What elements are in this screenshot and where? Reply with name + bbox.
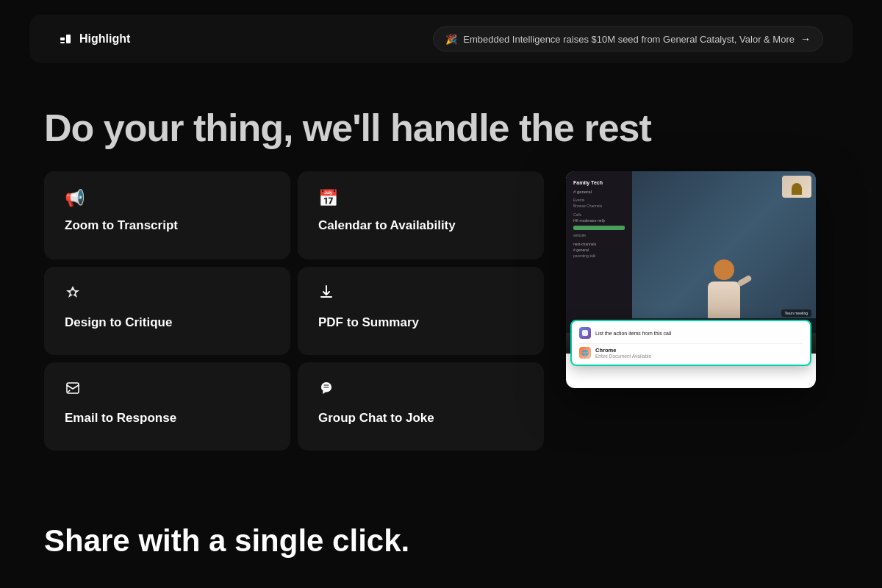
ai-result-subtitle: Entire Document Available <box>595 354 803 359</box>
svg-rect-2 <box>60 42 65 43</box>
hero-section: Do your thing, we'll handle the rest <box>0 78 882 171</box>
announcement-text: Embedded Intelligence raises $10M seed f… <box>463 34 795 45</box>
card-chat-title: Group Chat to Joke <box>318 411 434 425</box>
calendar-icon: 📅 <box>318 189 523 208</box>
ai-overlay-panel: List the action items from this call 🌐 C… <box>570 320 811 366</box>
ai-result-title: Chrome <box>595 347 803 354</box>
card-design-critique[interactable]: Design to Critique <box>44 267 290 355</box>
navbar: Highlight 🎉 Embedded Intelligence raises… <box>29 15 853 63</box>
cards-grid: 📢 Zoom to Transcript 📅 Calendar to Avail… <box>44 171 544 451</box>
ai-input-text: List the action items from this call <box>595 331 671 336</box>
svg-point-3 <box>71 290 75 295</box>
preview-sidebar: Family Tech # general Events Browse Chan… <box>566 171 632 333</box>
announcement-arrow: → <box>800 33 811 45</box>
app-preview: Family Tech # general Events Browse Chan… <box>566 171 838 392</box>
card-zoom-transcript[interactable]: 📢 Zoom to Transcript <box>44 171 290 259</box>
ai-input-row: List the action items from this call <box>579 327 803 339</box>
card-design-title: Design to Critique <box>65 315 172 329</box>
svg-rect-1 <box>66 35 71 43</box>
sidebar-header: Family Tech <box>569 177 629 188</box>
brand-icon <box>59 32 74 46</box>
preview-main: Team meeting <box>632 171 816 333</box>
video-overlay: Team meeting <box>632 171 816 333</box>
card-calendar-title: Calendar to Availability <box>318 218 456 232</box>
card-group-chat-joke[interactable]: Group Chat to Joke <box>298 362 544 451</box>
svg-rect-0 <box>60 37 65 40</box>
card-email-response[interactable]: Email to Response <box>44 362 290 451</box>
card-pdf-summary[interactable]: PDF to Summary <box>298 267 544 355</box>
ai-result-row: 🌐 Chrome Entire Document Available <box>579 347 803 359</box>
card-zoom-title: Zoom to Transcript <box>65 218 178 232</box>
preview-container: Family Tech # general Events Browse Chan… <box>566 171 816 388</box>
brand: Highlight <box>59 32 130 46</box>
email-icon <box>65 380 270 401</box>
ai-result-content: Chrome Entire Document Available <box>595 347 803 359</box>
bottom-section: Share with a single click. <box>44 523 409 559</box>
announcement-banner[interactable]: 🎉 Embedded Intelligence raises $10M seed… <box>433 26 823 51</box>
sidebar-active-item <box>573 226 625 230</box>
design-icon <box>65 284 270 305</box>
preview-slack: Family Tech # general Events Browse Chan… <box>566 171 816 333</box>
hero-title: Do your thing, we'll handle the rest <box>44 107 838 149</box>
main-content: 📢 Zoom to Transcript 📅 Calendar to Avail… <box>0 171 882 451</box>
card-pdf-title: PDF to Summary <box>318 315 419 329</box>
announcement-emoji: 🎉 <box>445 34 457 45</box>
pdf-icon <box>318 284 523 305</box>
bottom-title: Share with a single click. <box>44 523 409 559</box>
card-calendar-availability[interactable]: 📅 Calendar to Availability <box>298 171 544 259</box>
brand-name: Highlight <box>79 32 130 46</box>
chat-icon <box>318 380 523 401</box>
card-email-title: Email to Response <box>65 411 176 425</box>
zoom-icon: 📢 <box>65 189 270 208</box>
